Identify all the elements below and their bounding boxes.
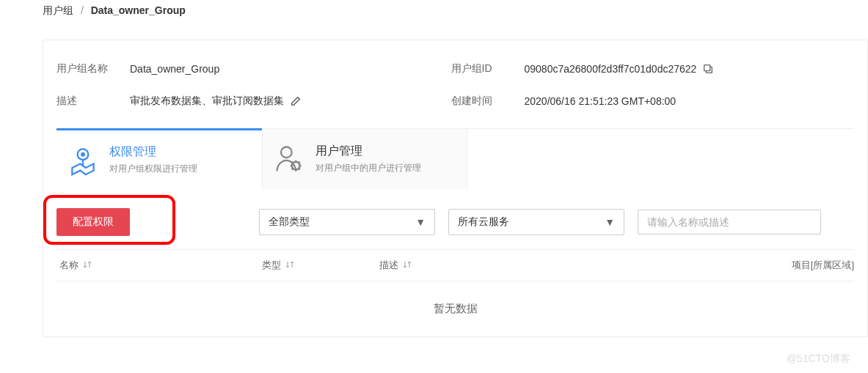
- search-input[interactable]: [638, 210, 821, 234]
- info-grid: 用户组名称 Data_owner_Group 用户组ID 09080c7a268…: [43, 62, 867, 128]
- tab-user-title: 用户管理: [316, 144, 421, 159]
- column-header-type[interactable]: 类型: [262, 259, 379, 272]
- label-group-id: 用户组ID: [451, 62, 525, 75]
- chevron-down-icon: ▼: [605, 216, 615, 228]
- service-filter-select[interactable]: 所有云服务 ▼: [448, 209, 624, 235]
- value-created-time: 2020/06/16 21:51:23 GMT+08:00: [525, 95, 846, 108]
- sort-icon: [285, 260, 294, 271]
- type-filter-value: 全部类型: [269, 215, 310, 229]
- user-gear-icon: [273, 143, 305, 175]
- tabs: 权限管理 对用户组权限进行管理 用户管理 对用户组中的用户进行管理: [56, 128, 854, 189]
- svg-point-3: [81, 153, 84, 156]
- tab-user-management[interactable]: 用户管理 对用户组中的用户进行管理: [262, 129, 467, 189]
- column-header-description[interactable]: 描述: [379, 259, 766, 272]
- group-id-text: 09080c7a26800f2d3ff7c01d0dc27622: [525, 63, 697, 75]
- tab-permission-subtitle: 对用户组权限进行管理: [109, 163, 197, 175]
- map-pin-icon: [67, 144, 99, 176]
- label-group-name: 用户组名称: [56, 62, 130, 75]
- sort-icon: [83, 260, 92, 271]
- value-description: 审批发布数据集、审批订阅数据集: [130, 95, 451, 108]
- svg-point-4: [281, 147, 292, 158]
- chevron-down-icon: ▼: [415, 216, 426, 228]
- value-group-name: Data_owner_Group: [130, 62, 451, 75]
- type-filter-select[interactable]: 全部类型 ▼: [259, 209, 435, 235]
- permissions-table: 名称 类型 描述 项目[所属区域] 暂无数据: [43, 249, 867, 336]
- created-time-text: 2020/06/16 21:51:23 GMT+08:00: [525, 95, 676, 107]
- service-filter-value: 所有云服务: [458, 215, 509, 229]
- value-group-id: 09080c7a26800f2d3ff7c01d0dc27622: [525, 62, 846, 75]
- empty-state: 暂无数据: [56, 281, 854, 336]
- tab-user-subtitle: 对用户组中的用户进行管理: [316, 162, 421, 174]
- group-detail-card: 用户组名称 Data_owner_Group 用户组ID 09080c7a268…: [43, 40, 868, 337]
- table-header: 名称 类型 描述 项目[所属区域]: [56, 249, 854, 281]
- breadcrumb-current: Data_owner_Group: [91, 4, 186, 16]
- label-created-time: 创建时间: [451, 95, 525, 108]
- configure-permission-button[interactable]: 配置权限: [56, 208, 130, 236]
- description-text: 审批发布数据集、审批订阅数据集: [130, 95, 284, 108]
- edit-icon[interactable]: [290, 95, 302, 107]
- column-header-project[interactable]: 项目[所属区域]: [766, 259, 854, 272]
- group-name-text: Data_owner_Group: [130, 63, 219, 75]
- sort-icon: [403, 260, 412, 271]
- tab-permission-title: 权限管理: [109, 144, 197, 160]
- breadcrumb: 用户组 / Data_owner_Group: [0, 0, 868, 22]
- toolbar: 配置权限 全部类型 ▼ 所有云服务 ▼: [43, 189, 867, 249]
- copy-icon[interactable]: [702, 63, 714, 75]
- label-description: 描述: [56, 95, 130, 108]
- column-header-name[interactable]: 名称: [56, 259, 262, 272]
- breadcrumb-separator: /: [81, 4, 84, 16]
- breadcrumb-parent[interactable]: 用户组: [43, 4, 73, 16]
- watermark: @51CTO博客: [787, 352, 850, 366]
- svg-rect-1: [704, 65, 710, 71]
- tab-permission-management[interactable]: 权限管理 对用户组权限进行管理: [56, 128, 262, 189]
